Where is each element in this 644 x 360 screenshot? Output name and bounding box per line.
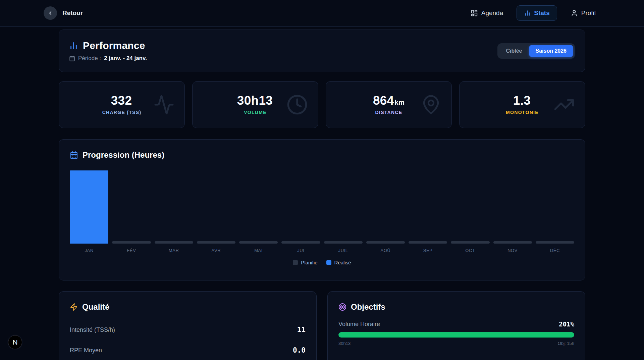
row-value: 0.0 — [293, 346, 306, 354]
row-label: Intensité (TSS/h) — [70, 326, 115, 333]
chart-column-aou — [366, 170, 405, 244]
stat-value: 30h13 — [237, 94, 273, 107]
stat-card-volume: 30h13 VOLUME — [192, 81, 318, 128]
month-label: JAN — [70, 248, 108, 253]
month-label: NOV — [493, 248, 532, 253]
clock-icon — [286, 94, 308, 115]
calendar-icon — [69, 55, 75, 61]
objectives-title: Objectifs — [351, 302, 385, 312]
month-label: FÉV — [112, 248, 151, 253]
lightning-bolt-icon — [70, 303, 78, 311]
month-label: DÉC — [536, 248, 574, 253]
dashboard-grid-icon — [471, 9, 478, 17]
legend-swatch-realise — [326, 260, 331, 265]
chevron-left-icon[interactable] — [44, 6, 57, 20]
back-label[interactable]: Retour — [62, 9, 83, 17]
goal-current: 30h13 — [338, 341, 351, 346]
performance-header-left: Performance Période : 2 janv. - 24 janv. — [69, 40, 147, 62]
period-label: Période : — [78, 55, 101, 62]
season-toggle: Ciblée Saison 2026 — [497, 43, 575, 59]
dev-badge-letter: N — [12, 338, 17, 346]
bar-chart-icon — [524, 10, 531, 16]
chart-legend: Planifié Réalisé — [70, 260, 574, 265]
stat-label: MONOTONIE — [506, 110, 539, 115]
progression-card: Progression (Heures) JAN FÉV MAR — [59, 139, 585, 280]
stat-card-monotonie: 1.3 MONOTONIE — [459, 81, 585, 128]
stat-unit: km — [395, 99, 405, 106]
chart-column-oct — [451, 170, 489, 244]
stat-value: 332 — [111, 94, 132, 107]
goal-label: Volume Horaire — [338, 321, 380, 328]
month-label: MAR — [155, 248, 193, 253]
toggle-option-saison[interactable]: Saison 2026 — [529, 45, 574, 57]
month-label: OCT — [451, 248, 489, 253]
period-value: 2 janv. - 24 janv. — [104, 55, 147, 62]
chart-column-mai — [239, 170, 278, 244]
nav-item-stats[interactable]: Stats — [517, 5, 557, 21]
nav-stats-label: Stats — [534, 9, 549, 17]
bar-chart-icon — [69, 41, 78, 50]
month-label: JUIL — [324, 248, 363, 253]
page-title: Performance — [83, 40, 145, 51]
goal-progress-bar — [338, 332, 574, 338]
month-label: MAI — [239, 248, 278, 253]
chart-column-jan — [70, 170, 108, 244]
legend-item-planifie: Planifié — [293, 260, 317, 265]
stats-row: 332 CHARGE (TSS) 30h13 VOLUME 864km DIST… — [59, 81, 585, 128]
toggle-option-ciblee[interactable]: Ciblée — [499, 45, 529, 57]
user-icon — [571, 9, 578, 17]
target-icon — [338, 303, 346, 311]
legend-item-realise: Réalisé — [326, 260, 351, 265]
chart-column-nov — [493, 170, 532, 244]
nav-item-agenda[interactable]: Agenda — [471, 9, 503, 17]
dev-badge[interactable]: N — [8, 335, 22, 349]
chart-column-sep — [409, 170, 447, 244]
quality-card: Qualité Intensité (TSS/h) 11 RPE Moyen 0… — [59, 291, 317, 360]
legend-swatch-planifie — [293, 260, 298, 265]
nav-profil-label: Profil — [581, 9, 596, 17]
nav-agenda-label: Agenda — [481, 9, 503, 17]
top-nav: Retour Agenda Stats Profil — [0, 0, 644, 27]
goal-progress-fill — [338, 332, 574, 338]
row-label: RPE Moyen — [70, 347, 102, 354]
chart-column-fev — [112, 170, 151, 244]
calendar-icon — [70, 151, 78, 159]
chart-column-dec — [536, 170, 574, 244]
month-label: AOÛ — [366, 248, 405, 253]
chart-title: Progression (Heures) — [83, 150, 164, 160]
nav-item-profil[interactable]: Profil — [571, 9, 596, 17]
quality-row-intensite: Intensité (TSS/h) 11 — [70, 320, 306, 340]
stat-value: 1.3 — [513, 94, 531, 107]
monthly-bar-chart — [70, 170, 574, 244]
goal-target: Obj: 15h — [558, 341, 574, 346]
month-label: SEP — [409, 248, 447, 253]
legend-label: Réalisé — [334, 260, 351, 265]
chart-column-avr — [197, 170, 235, 244]
month-label: JUI — [281, 248, 320, 253]
goal-percent: 201% — [559, 320, 574, 328]
stat-label: DISTANCE — [375, 110, 402, 115]
main-content: Performance Période : 2 janv. - 24 janv.… — [0, 27, 644, 360]
trending-up-icon — [553, 94, 575, 115]
chart-column-juil — [324, 170, 363, 244]
map-pin-icon — [421, 94, 441, 115]
chart-column-jui — [281, 170, 320, 244]
chart-column-mar — [155, 170, 193, 244]
legend-label: Planifié — [301, 260, 317, 265]
stat-card-distance: 864km DISTANCE — [326, 81, 452, 128]
stat-card-charge: 332 CHARGE (TSS) — [59, 81, 185, 128]
month-axis: JAN FÉV MAR AVR MAI JUI JUIL AOÛ SEP OCT… — [70, 248, 574, 253]
nav-right: Agenda Stats Profil — [471, 5, 596, 21]
quality-row-rpe: RPE Moyen 0.0 — [70, 340, 306, 360]
bottom-row: Qualité Intensité (TSS/h) 11 RPE Moyen 0… — [59, 291, 585, 360]
row-value: 11 — [297, 326, 306, 334]
activity-pulse-icon — [154, 94, 174, 115]
back-button[interactable]: Retour — [44, 6, 83, 20]
app-window: Retour Agenda Stats Profil — [0, 0, 644, 360]
quality-title: Qualité — [82, 302, 109, 312]
stat-value: 864 — [373, 94, 394, 107]
stat-label: VOLUME — [244, 110, 267, 115]
stat-label: CHARGE (TSS) — [102, 110, 142, 115]
month-label: AVR — [197, 248, 235, 253]
performance-header-card: Performance Période : 2 janv. - 24 janv.… — [59, 30, 585, 72]
